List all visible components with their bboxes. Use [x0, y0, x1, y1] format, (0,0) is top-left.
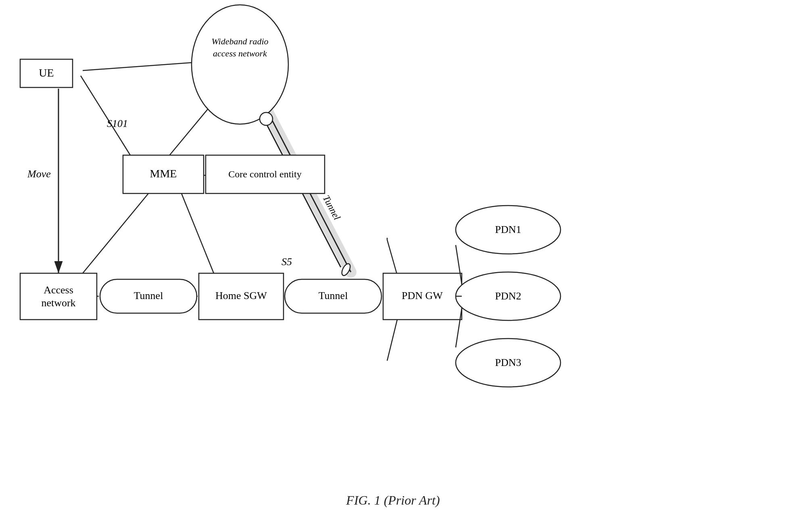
figure-caption: FIG. 1 (Prior Art): [346, 493, 440, 508]
tunnel1-label: Tunnel: [134, 290, 163, 301]
ue-label: UE: [39, 66, 54, 79]
wideband-ellipse: [192, 5, 288, 124]
tunnel2-label: Tunnel: [319, 290, 348, 301]
pdn2-label: PDN2: [495, 290, 521, 302]
diagram-svg: UE MME Core control entity Wideband radi…: [0, 0, 786, 532]
move-label: Move: [27, 168, 51, 180]
s101-label: S101: [107, 118, 128, 129]
mme-label: MME: [150, 167, 177, 180]
svg-rect-0: [0, 0, 786, 532]
access-network-label1: Access: [44, 284, 73, 296]
home-sgw-label: Home SGW: [215, 290, 267, 301]
wideband-label-line1: Wideband radio: [211, 36, 268, 46]
wideband-connector-circle: [260, 112, 273, 125]
wideband-label-line2: access network: [213, 48, 267, 58]
pdn3-label: PDN3: [495, 357, 521, 368]
access-network-box: [20, 273, 97, 320]
s5-label: S5: [281, 256, 292, 268]
access-network-label2: network: [41, 297, 75, 309]
core-control-label: Core control entity: [228, 169, 301, 179]
pdn1-label: PDN1: [495, 224, 521, 235]
pdn-gw-label: PDN GW: [402, 290, 443, 301]
